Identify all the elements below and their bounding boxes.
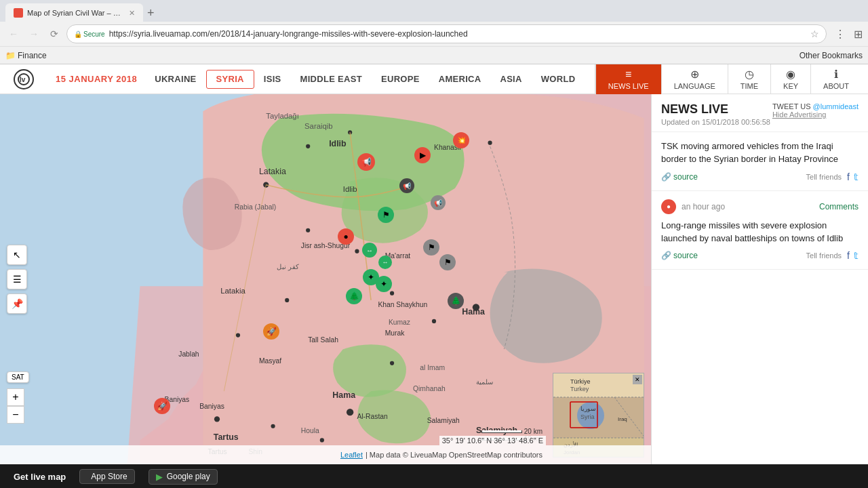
nav-time[interactable]: ◷ TIME [728,64,770,94]
marker-megaphone-3[interactable]: 📢 [431,195,446,210]
tweet-handle[interactable]: @lummideast [813,102,859,110]
svg-point-17 [347,409,353,415]
svg-point-20 [320,438,324,442]
svg-text:Qimhanah: Qimhanah [413,385,446,392]
social-icons-2: f 𝕥 [847,250,859,261]
nav-language[interactable]: ⊕ LANGUAGE [661,64,728,94]
marker-megaphone-2[interactable]: 📢 [399,178,414,193]
browser-tab[interactable]: Map of Syrian Civil War – Syria ✕ [5,3,143,22]
red-indicator-dot: ● [661,199,676,214]
mini-map-close[interactable]: ✕ [633,375,642,384]
other-bookmarks[interactable]: Other Bookmarks [800,51,863,60]
svg-point-4 [306,144,310,148]
nav-item-isis[interactable]: ISIS [254,64,291,94]
svg-point-12 [432,319,436,323]
article-2-source-link[interactable]: 🔗 source [661,251,698,260]
marker-explosion-1[interactable]: 💥 [453,132,469,148]
browser-controls: ← → ⟳ 🔒 Secure https://syria.liveuamap.c… [0,22,868,46]
language-icon: ⊕ [690,68,699,81]
key-icon: ◉ [786,68,795,81]
bookmark-finance[interactable]: 📁 Finance [5,51,47,60]
svg-point-16 [390,361,394,365]
nav-item-europe[interactable]: EUROPE [372,64,429,94]
address-bar[interactable]: 🔒 Secure https://syria.liveuamap.com/en/… [66,24,827,43]
svg-text:كفر نبل: كفر نبل [277,263,299,271]
marker-green-4[interactable]: ✦ [376,276,392,292]
map-attribution: | Map data © LiveuaMap OpenStreetMap con… [366,451,542,459]
facebook-share-icon-2[interactable]: f [847,250,850,261]
logo-area[interactable]: lv [7,69,41,89]
zoom-in-button[interactable]: + [7,388,24,406]
browser-menu-button[interactable]: ⋮ [835,28,846,41]
leaflet-link[interactable]: Leaflet [340,451,363,459]
marker-red-dot[interactable]: ● [338,228,354,245]
satellite-button[interactable]: SAT [7,371,29,383]
twitter-share-icon-1[interactable]: 𝕥 [854,171,859,182]
google-play-button[interactable]: ▶ Google play [149,469,218,485]
content-area: Latakia Idlib Idlib Khanasir Latakia Jis… [0,94,868,464]
nav-item-middle-east[interactable]: MIDDLE EAST [291,64,372,94]
new-tab-button[interactable]: + [147,7,155,19]
news-article-2: ● an hour ago Comments Long-range missil… [652,191,868,270]
nav-item-asia[interactable]: ASIA [490,64,531,94]
svg-text:Murak: Murak [385,329,405,337]
nav-about[interactable]: ℹ ABOUT [810,64,861,94]
marker-arrows[interactable]: ↔ [362,243,377,258]
marker-flag-gray-2[interactable]: ⚑ [439,254,456,270]
article-1-source-row: 🔗 source Tell friends f 𝕥 [661,171,859,182]
marker-missile[interactable]: 🚀 [263,323,279,340]
nav-item-ukraine[interactable]: UKRAINE [145,64,205,94]
logo-icon: lv [14,69,34,89]
svg-text:Syria: Syria [580,413,595,420]
nav-item-syria[interactable]: SYRIA [206,70,254,89]
control-pin[interactable]: 📌 [7,293,27,314]
nav-item-america[interactable]: AMERICA [429,64,491,94]
article-1-source-link[interactable]: 🔗 source [661,172,698,182]
map-area[interactable]: Latakia Idlib Idlib Khanasir Latakia Jis… [0,94,651,464]
marker-green-2[interactable]: ↔ [378,256,392,269]
svg-text:سلمية: سلمية [476,378,493,386]
right-panel: NEWS LIVE Updated on 15/01/2018 00:56:58… [651,94,868,464]
zoom-out-button[interactable]: − [7,406,24,424]
control-cursor[interactable]: ↖ [7,245,27,265]
facebook-share-icon-1[interactable]: f [847,171,850,182]
zoom-controls: + − [7,388,24,424]
coordinates: 35° 19' 10.6" N 36° 13' 48.6" E [439,436,546,445]
tab-close-button[interactable]: ✕ [129,9,135,18]
hide-advertising-button[interactable]: Hide Advertising [772,110,859,119]
twitter-share-icon-2[interactable]: 𝕥 [854,250,859,261]
forward-button[interactable]: → [26,26,42,42]
marker-megaphone-1[interactable]: 📢 [357,153,375,171]
browser-extensions-button[interactable]: ⊞ [854,28,863,41]
nav-news-live[interactable]: ≡ NEWS LIVE [595,64,661,94]
tell-friends-1: Tell friends [806,173,842,181]
tab-favicon [14,8,23,18]
marker-red-south[interactable]: 🚀 [154,398,170,414]
back-button[interactable]: ← [5,26,22,42]
marker-tree-2[interactable]: 🌲 [448,293,464,309]
comments-link[interactable]: Comments [819,202,859,211]
marker-youtube[interactable]: ▶ [414,147,431,163]
app-store-button[interactable]: App Store [79,469,134,484]
marker-flag-gray[interactable]: ⚑ [423,239,439,256]
app-store-label: App Store [91,472,127,481]
refresh-button[interactable]: ⟳ [46,26,62,42]
article-2-source-row: 🔗 source Tell friends f 𝕥 [661,250,859,261]
svg-text:Idlib: Idlib [343,185,357,193]
svg-point-18 [214,416,220,422]
browser-chrome: Map of Syrian Civil War – Syria ✕ + ← → … [0,0,868,64]
app-container: lv 15 JANUARY 2018 UKRAINE SYRIA ISIS MI… [0,64,868,488]
svg-point-11 [390,291,394,296]
svg-text:Iraq: Iraq [618,416,627,422]
marker-tree[interactable]: 🌲 [346,288,362,304]
bookmark-star-icon[interactable]: ☆ [810,28,819,39]
svg-text:Saraiqib: Saraiqib [304,122,333,130]
svg-point-15 [236,333,240,337]
nav-item-world[interactable]: WORLD [532,64,585,94]
svg-text:Al-Rastan: Al-Rastan [357,413,388,420]
svg-text:Rabia (Jabal): Rabia (Jabal) [235,203,276,211]
marker-green-flag[interactable]: ⚑ [378,207,394,223]
nav-key[interactable]: ◉ KEY [770,64,810,94]
article-1-title: TSK moving armored vehicles from the Ira… [661,140,859,166]
control-layers[interactable]: ☰ [7,269,27,289]
